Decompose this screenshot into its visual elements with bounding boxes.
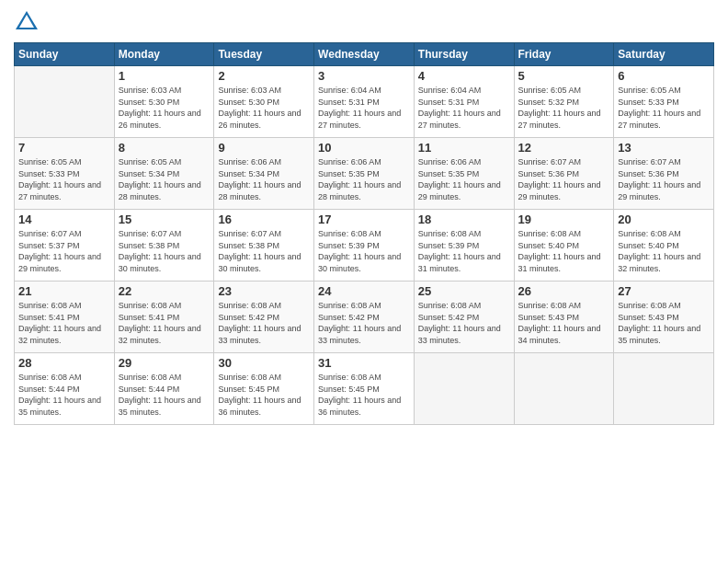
day-number: 9: [218, 141, 310, 155]
day-cell: 8 Sunrise: 6:05 AM Sunset: 5:34 PM Dayli…: [114, 138, 214, 210]
day-cell: 15 Sunrise: 6:07 AM Sunset: 5:38 PM Dayl…: [114, 210, 214, 282]
day-number: 21: [18, 284, 110, 298]
day-info: Sunrise: 6:05 AM Sunset: 5:34 PM Dayligh…: [119, 156, 210, 202]
day-info: Sunrise: 6:06 AM Sunset: 5:34 PM Dayligh…: [218, 156, 310, 202]
day-info: Sunrise: 6:03 AM Sunset: 5:30 PM Dayligh…: [218, 85, 310, 131]
day-number: 10: [318, 141, 410, 155]
day-number: 7: [18, 141, 110, 155]
day-info: Sunrise: 6:08 AM Sunset: 5:42 PM Dayligh…: [418, 300, 510, 346]
week-row-4: 21 Sunrise: 6:08 AM Sunset: 5:41 PM Dayl…: [15, 282, 714, 353]
day-number: 27: [618, 284, 710, 298]
day-info: Sunrise: 6:07 AM Sunset: 5:38 PM Dayligh…: [218, 228, 310, 274]
day-info: Sunrise: 6:08 AM Sunset: 5:40 PM Dayligh…: [518, 228, 610, 274]
day-cell: [414, 353, 514, 425]
day-info: Sunrise: 6:04 AM Sunset: 5:31 PM Dayligh…: [418, 85, 510, 131]
day-cell: 6 Sunrise: 6:05 AM Sunset: 5:33 PM Dayli…: [614, 66, 714, 138]
day-cell: 14 Sunrise: 6:07 AM Sunset: 5:37 PM Dayl…: [15, 210, 115, 282]
day-info: Sunrise: 6:08 AM Sunset: 5:45 PM Dayligh…: [218, 372, 310, 418]
day-info: Sunrise: 6:05 AM Sunset: 5:32 PM Dayligh…: [518, 85, 610, 131]
logo-icon: [14, 9, 40, 35]
day-number: 5: [518, 69, 610, 83]
day-cell: 24 Sunrise: 6:08 AM Sunset: 5:42 PM Dayl…: [314, 282, 415, 353]
header-cell-friday: Friday: [514, 43, 614, 66]
day-number: 1: [119, 69, 210, 83]
day-info: Sunrise: 6:08 AM Sunset: 5:40 PM Dayligh…: [618, 228, 710, 274]
calendar-table: SundayMondayTuesdayWednesdayThursdayFrid…: [14, 42, 714, 425]
day-cell: 26 Sunrise: 6:08 AM Sunset: 5:43 PM Dayl…: [514, 282, 614, 353]
header: [14, 9, 714, 35]
day-cell: 7 Sunrise: 6:05 AM Sunset: 5:33 PM Dayli…: [15, 138, 115, 210]
day-cell: 19 Sunrise: 6:08 AM Sunset: 5:40 PM Dayl…: [514, 210, 614, 282]
header-cell-wednesday: Wednesday: [314, 43, 415, 66]
day-info: Sunrise: 6:07 AM Sunset: 5:36 PM Dayligh…: [518, 156, 610, 202]
day-number: 29: [119, 356, 210, 370]
day-info: Sunrise: 6:08 AM Sunset: 5:44 PM Dayligh…: [18, 372, 110, 418]
day-info: Sunrise: 6:05 AM Sunset: 5:33 PM Dayligh…: [18, 156, 110, 202]
day-number: 13: [618, 141, 710, 155]
day-cell: 10 Sunrise: 6:06 AM Sunset: 5:35 PM Dayl…: [314, 138, 415, 210]
day-cell: 3 Sunrise: 6:04 AM Sunset: 5:31 PM Dayli…: [314, 66, 415, 138]
day-number: 31: [318, 356, 410, 370]
day-number: 18: [418, 213, 510, 226]
day-cell: 11 Sunrise: 6:06 AM Sunset: 5:35 PM Dayl…: [414, 138, 514, 210]
day-number: 2: [218, 69, 310, 83]
day-cell: 5 Sunrise: 6:05 AM Sunset: 5:32 PM Dayli…: [514, 66, 614, 138]
day-number: 26: [518, 284, 610, 298]
day-number: 16: [218, 213, 310, 226]
day-number: 3: [318, 69, 410, 83]
day-cell: 18 Sunrise: 6:08 AM Sunset: 5:39 PM Dayl…: [414, 210, 514, 282]
day-cell: 25 Sunrise: 6:08 AM Sunset: 5:42 PM Dayl…: [414, 282, 514, 353]
day-cell: 22 Sunrise: 6:08 AM Sunset: 5:41 PM Dayl…: [114, 282, 214, 353]
day-info: Sunrise: 6:08 AM Sunset: 5:39 PM Dayligh…: [418, 228, 510, 274]
day-cell: 23 Sunrise: 6:08 AM Sunset: 5:42 PM Dayl…: [214, 282, 314, 353]
day-number: 28: [18, 356, 110, 370]
day-number: 25: [418, 284, 510, 298]
day-info: Sunrise: 6:07 AM Sunset: 5:38 PM Dayligh…: [119, 228, 210, 274]
day-number: 4: [418, 69, 510, 83]
day-cell: 30 Sunrise: 6:08 AM Sunset: 5:45 PM Dayl…: [214, 353, 314, 425]
header-cell-sunday: Sunday: [15, 43, 115, 66]
day-info: Sunrise: 6:05 AM Sunset: 5:33 PM Dayligh…: [618, 85, 710, 131]
header-row: SundayMondayTuesdayWednesdayThursdayFrid…: [15, 43, 714, 66]
day-number: 6: [618, 69, 710, 83]
day-number: 14: [18, 213, 110, 226]
week-row-5: 28 Sunrise: 6:08 AM Sunset: 5:44 PM Dayl…: [15, 353, 714, 425]
day-cell: 29 Sunrise: 6:08 AM Sunset: 5:44 PM Dayl…: [114, 353, 214, 425]
day-info: Sunrise: 6:08 AM Sunset: 5:41 PM Dayligh…: [18, 300, 110, 346]
day-info: Sunrise: 6:08 AM Sunset: 5:41 PM Dayligh…: [119, 300, 210, 346]
day-info: Sunrise: 6:03 AM Sunset: 5:30 PM Dayligh…: [119, 85, 210, 131]
day-cell: 21 Sunrise: 6:08 AM Sunset: 5:41 PM Dayl…: [15, 282, 115, 353]
header-cell-tuesday: Tuesday: [214, 43, 314, 66]
day-cell: 28 Sunrise: 6:08 AM Sunset: 5:44 PM Dayl…: [15, 353, 115, 425]
logo: [14, 9, 43, 35]
day-number: 22: [119, 284, 210, 298]
day-cell: 1 Sunrise: 6:03 AM Sunset: 5:30 PM Dayli…: [114, 66, 214, 138]
day-cell: 4 Sunrise: 6:04 AM Sunset: 5:31 PM Dayli…: [414, 66, 514, 138]
day-cell: 13 Sunrise: 6:07 AM Sunset: 5:36 PM Dayl…: [614, 138, 714, 210]
header-cell-saturday: Saturday: [614, 43, 714, 66]
day-cell: 2 Sunrise: 6:03 AM Sunset: 5:30 PM Dayli…: [214, 66, 314, 138]
day-cell: 20 Sunrise: 6:08 AM Sunset: 5:40 PM Dayl…: [614, 210, 714, 282]
day-cell: [514, 353, 614, 425]
day-number: 12: [518, 141, 610, 155]
day-number: 8: [119, 141, 210, 155]
day-cell: [614, 353, 714, 425]
header-cell-monday: Monday: [114, 43, 214, 66]
week-row-3: 14 Sunrise: 6:07 AM Sunset: 5:37 PM Dayl…: [15, 210, 714, 282]
day-info: Sunrise: 6:08 AM Sunset: 5:39 PM Dayligh…: [318, 228, 410, 274]
day-info: Sunrise: 6:04 AM Sunset: 5:31 PM Dayligh…: [318, 85, 410, 131]
day-cell: 16 Sunrise: 6:07 AM Sunset: 5:38 PM Dayl…: [214, 210, 314, 282]
day-number: 17: [318, 213, 410, 226]
day-info: Sunrise: 6:06 AM Sunset: 5:35 PM Dayligh…: [318, 156, 410, 202]
day-info: Sunrise: 6:08 AM Sunset: 5:42 PM Dayligh…: [218, 300, 310, 346]
day-info: Sunrise: 6:08 AM Sunset: 5:44 PM Dayligh…: [119, 372, 210, 418]
day-number: 15: [119, 213, 210, 226]
week-row-1: 1 Sunrise: 6:03 AM Sunset: 5:30 PM Dayli…: [15, 66, 714, 138]
week-row-2: 7 Sunrise: 6:05 AM Sunset: 5:33 PM Dayli…: [15, 138, 714, 210]
header-cell-thursday: Thursday: [414, 43, 514, 66]
day-info: Sunrise: 6:06 AM Sunset: 5:35 PM Dayligh…: [418, 156, 510, 202]
day-cell: 12 Sunrise: 6:07 AM Sunset: 5:36 PM Dayl…: [514, 138, 614, 210]
day-number: 24: [318, 284, 410, 298]
day-cell: 9 Sunrise: 6:06 AM Sunset: 5:34 PM Dayli…: [214, 138, 314, 210]
day-number: 30: [218, 356, 310, 370]
